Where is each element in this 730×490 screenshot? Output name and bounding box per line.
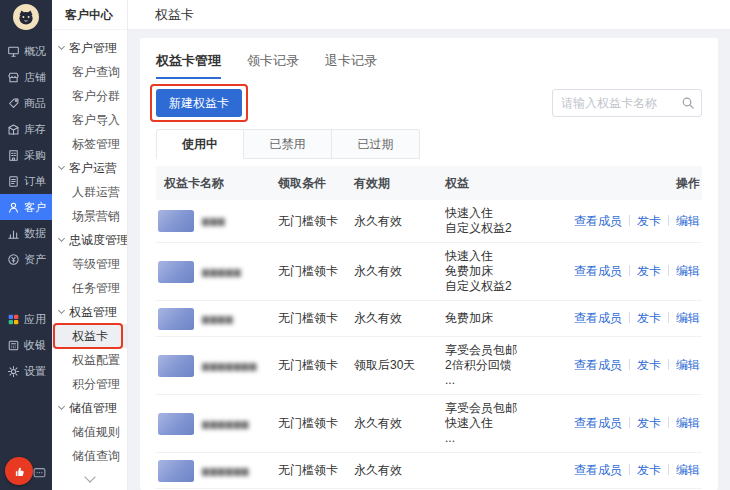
menu-item-label: 权益卡 <box>72 329 108 343</box>
view-members-link[interactable]: 查看成员 <box>574 358 622 372</box>
menu-group-loyalty-mgmt[interactable]: 忠诚度管理 <box>52 228 127 252</box>
issue-card-link[interactable]: 发卡 <box>637 358 661 372</box>
rail-item-overview[interactable]: 概况 <box>0 38 52 64</box>
feedback-button[interactable] <box>5 457 33 485</box>
inventory-icon <box>7 123 20 136</box>
view-members-link[interactable]: 查看成员 <box>574 463 622 477</box>
menu-item-label: 标签管理 <box>72 137 120 151</box>
menu-item-stored-value-rules[interactable]: 储值规则 <box>52 420 127 444</box>
benefit-line: 免费加床 <box>445 311 564 326</box>
rail-item-purchase[interactable]: 采购 <box>0 142 52 168</box>
cat-logo <box>13 4 39 30</box>
rail-item-label: 订单 <box>24 174 46 189</box>
menu-item-benefit-card[interactable]: 权益卡 <box>52 324 127 348</box>
benefit-line: 享受会员包邮 <box>445 343 564 358</box>
column-header: 操作 <box>564 175 702 192</box>
edit-link[interactable]: 编辑 <box>676 311 700 325</box>
menu-item-task-mgmt[interactable]: 任务管理 <box>52 276 127 300</box>
edit-link[interactable]: 编辑 <box>676 264 700 278</box>
card-name-cell: ▆▆▆▆▆ <box>156 261 278 283</box>
table-row: ▆▆▆▆▆▆无门槛领卡永久有效享受会员包邮快速入住...查看成员发卡编辑 <box>156 395 702 453</box>
rail-item-customers[interactable]: 客户 <box>0 194 52 220</box>
menu-item-scene-marketing[interactable]: 场景营销 <box>52 204 127 228</box>
menu-item-label: 客户分群 <box>72 89 120 103</box>
menu-item-stored-value-query[interactable]: 储值查询 <box>52 444 127 468</box>
app-logo[interactable] <box>0 0 52 34</box>
rail-item-assets[interactable]: 资产 <box>0 246 52 272</box>
benefit-line: ... <box>445 431 564 446</box>
view-members-link[interactable]: 查看成员 <box>574 311 622 325</box>
issue-card-link[interactable]: 发卡 <box>637 463 661 477</box>
tab-benefit-card-mgmt[interactable]: 权益卡管理 <box>156 52 221 79</box>
benefits-cell: 快速入住免费加床自定义权益2 <box>445 249 564 294</box>
rail-item-label: 数据 <box>24 226 46 241</box>
issue-card-link[interactable]: 发卡 <box>637 264 661 278</box>
rail-item-label: 收银 <box>24 338 46 353</box>
actions-cell: 查看成员发卡编辑 <box>564 357 702 374</box>
rail-item-apps[interactable]: 应用 <box>0 306 52 332</box>
rail-item-inventory[interactable]: 库存 <box>0 116 52 142</box>
rail-nav: 概况店铺商品库存采购订单客户数据资产 <box>0 38 52 272</box>
table-row: ▆▆▆▆▆▆无门槛领卡永久有效查看成员发卡编辑 <box>156 453 702 489</box>
chevron-down-icon <box>84 471 95 482</box>
menu-group-label: 权益管理 <box>69 304 117 321</box>
status-tab-expired[interactable]: 已过期 <box>332 129 420 159</box>
menu-item-customer-import[interactable]: 客户导入 <box>52 108 127 132</box>
tab-card-return-records[interactable]: 退卡记录 <box>325 52 377 79</box>
apps-icon <box>7 313 20 326</box>
rail-item-data[interactable]: 数据 <box>0 220 52 246</box>
menu-groups: 客户管理客户查询客户分群客户导入标签管理客户运营人群运营场景营销忠诚度管理等级管… <box>52 30 127 468</box>
menu-item-label: 客户导入 <box>72 113 120 127</box>
search-input[interactable] <box>552 89 702 117</box>
issue-card-link[interactable]: 发卡 <box>637 214 661 228</box>
rail-item-goods[interactable]: 商品 <box>0 90 52 116</box>
content-card: 权益卡管理领卡记录退卡记录 新建权益卡 <box>140 38 718 490</box>
menu-item-customer-query[interactable]: 客户查询 <box>52 60 127 84</box>
rail-item-label: 资产 <box>24 252 46 267</box>
orders-icon <box>7 175 20 188</box>
rail-item-orders[interactable]: 订单 <box>0 168 52 194</box>
status-tab-disabled[interactable]: 已禁用 <box>244 129 332 159</box>
create-button-wrap: 新建权益卡 <box>156 89 242 117</box>
menu-item-benefit-config[interactable]: 权益配置 <box>52 348 127 372</box>
view-members-link[interactable]: 查看成员 <box>574 214 622 228</box>
shop-icon <box>7 71 20 84</box>
rail-item-label: 概况 <box>24 44 46 59</box>
menu-item-points-mgmt[interactable]: 积分管理 <box>52 372 127 396</box>
card-name-redacted: ▆▆▆▆▆▆ <box>202 466 250 476</box>
card-thumbnail <box>158 355 194 377</box>
menu-item-level-mgmt[interactable]: 等级管理 <box>52 252 127 276</box>
menu-item-customer-segment[interactable]: 客户分群 <box>52 84 127 108</box>
tab-card-claim-records[interactable]: 领卡记录 <box>247 52 299 79</box>
chat-icon[interactable] <box>32 466 47 480</box>
edit-link[interactable]: 编辑 <box>676 358 700 372</box>
rail-item-label: 商品 <box>24 96 46 111</box>
view-members-link[interactable]: 查看成员 <box>574 416 622 430</box>
issue-card-link[interactable]: 发卡 <box>637 416 661 430</box>
assets-icon <box>7 253 20 266</box>
edit-link[interactable]: 编辑 <box>676 416 700 430</box>
search-icon[interactable] <box>681 96 695 110</box>
edit-link[interactable]: 编辑 <box>676 463 700 477</box>
search-box <box>552 89 702 117</box>
content-area: 权益卡管理领卡记录退卡记录 新建权益卡 <box>128 30 730 490</box>
rail-item-settings[interactable]: 设置 <box>0 358 52 384</box>
menu-group-customer-ops[interactable]: 客户运营 <box>52 156 127 180</box>
menu-group-benefit-mgmt[interactable]: 权益管理 <box>52 300 127 324</box>
menu-group-customer-mgmt[interactable]: 客户管理 <box>52 36 127 60</box>
rail-item-cashier[interactable]: 收银 <box>0 332 52 358</box>
benefit-line: 快速入住 <box>445 416 564 431</box>
status-tab-in-use[interactable]: 使用中 <box>156 129 244 159</box>
sidebar-collapse-button[interactable] <box>52 468 127 490</box>
card-name-redacted: ▆▆▆▆▆ <box>202 267 242 277</box>
menu-group-stored-value-mgmt[interactable]: 储值管理 <box>52 396 127 420</box>
rail-item-shop[interactable]: 店铺 <box>0 64 52 90</box>
view-members-link[interactable]: 查看成员 <box>574 264 622 278</box>
menu-item-tag-mgmt[interactable]: 标签管理 <box>52 132 127 156</box>
menu-item-crowd-ops[interactable]: 人群运营 <box>52 180 127 204</box>
issue-card-link[interactable]: 发卡 <box>637 311 661 325</box>
edit-link[interactable]: 编辑 <box>676 214 700 228</box>
claim-condition-cell: 无门槛领卡 <box>278 213 354 230</box>
data-icon <box>7 227 20 240</box>
create-benefit-card-button[interactable]: 新建权益卡 <box>156 89 242 117</box>
